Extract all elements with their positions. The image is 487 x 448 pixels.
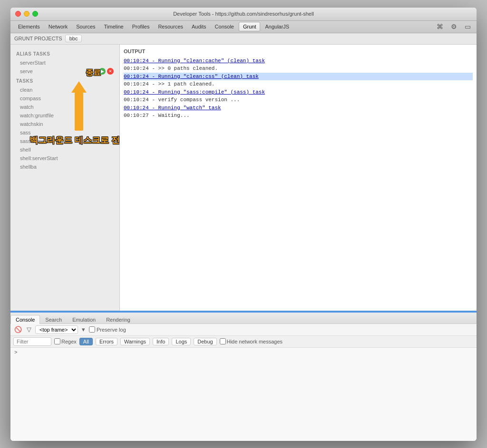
regex-checkbox-container: Regex — [54, 338, 77, 344]
sidebar-item-sass[interactable]: sass — [10, 128, 119, 137]
tab-timeline[interactable]: Timeline — [100, 22, 127, 31]
title-bar: Developer Tools - https://github.com/sin… — [10, 8, 477, 21]
tab-angularjs[interactable]: AngularJS — [261, 22, 293, 31]
prompt-symbol: > — [14, 350, 18, 355]
console-tab-search[interactable]: Search — [40, 315, 67, 324]
clear-icon[interactable]: 🚫 — [13, 325, 23, 334]
tab-sources[interactable]: Sources — [72, 22, 99, 31]
filter-logs-button[interactable]: Logs — [172, 338, 191, 345]
tab-profiles[interactable]: Profiles — [128, 22, 154, 31]
hide-network-container: Hide network messages — [220, 338, 282, 344]
settings-icon[interactable]: ⚙ — [449, 22, 459, 31]
output-line-highlighted: 00:10:24 - Running "clean:css" (clean) t… — [124, 73, 473, 81]
output-link[interactable]: 00:10:24 - Running "clean:cache" (clean)… — [124, 58, 265, 64]
output-link[interactable]: 00:10:24 - Running "watch" task — [124, 105, 221, 111]
console-tab-rendering[interactable]: Rendering — [101, 315, 136, 324]
sidebar-item-shell[interactable]: shell — [10, 145, 119, 154]
filter-warnings-button[interactable]: Warnings — [120, 338, 150, 345]
output-line: 00:10:24 - >> 0 paths cleaned. — [124, 65, 473, 73]
output-header: OUTPUT — [124, 48, 473, 54]
filter-input[interactable] — [13, 337, 51, 346]
sidebar-item-clean[interactable]: clean — [10, 86, 119, 94]
sidebar-item-watch-gruntfile[interactable]: watch:gruntfile — [10, 111, 119, 120]
serve-label: serve — [20, 68, 97, 74]
preserve-log-checkbox[interactable] — [89, 326, 95, 333]
run-button[interactable]: ▶ — [99, 68, 106, 75]
sidebar-item-sass-compile[interactable]: sass:compile — [10, 137, 119, 145]
frame-select[interactable]: <top frame> — [35, 325, 78, 334]
traffic-lights — [15, 11, 38, 17]
dropdown-icon[interactable]: ▾ — [81, 325, 86, 334]
console-output: > — [10, 348, 477, 441]
preserve-log-label: Preserve log — [97, 327, 126, 333]
console-tab-console[interactable]: Console — [10, 315, 40, 324]
tab-network[interactable]: Network — [45, 22, 71, 31]
tab-audits[interactable]: Audits — [188, 22, 210, 31]
undock-icon[interactable]: ▭ — [463, 22, 473, 31]
tab-console[interactable]: Console — [211, 22, 238, 31]
output-line: 00:10:24 - Running "watch" task — [124, 104, 473, 112]
output-area: OUTPUT 00:10:24 - Running "clean:cache" … — [120, 45, 477, 311]
maximize-button[interactable] — [32, 11, 38, 17]
grunt-projects-label: GRUNT PROJECTS — [14, 36, 62, 41]
console-panel: Console Search Emulation Rendering 🚫 ▽ <… — [10, 313, 477, 441]
output-line: 00:10:24 - verify compass version ... — [124, 96, 473, 104]
minimize-button[interactable] — [24, 11, 29, 17]
regex-checkbox[interactable] — [54, 338, 60, 344]
output-line: 00:10:27 - Waiting... — [124, 112, 473, 120]
alias-tasks-label: ALIAS TASKS — [10, 48, 119, 58]
filter-all-button[interactable]: All — [79, 338, 93, 345]
main-content: ALIAS TASKS serverStart serve ▶ ✕ 종료 — [10, 45, 477, 311]
output-line: 00:10:24 - Running "sass:compile" (sass)… — [124, 88, 473, 96]
filter-icon[interactable]: ▽ — [26, 325, 32, 334]
filter-bar: Regex All Errors Warnings Info Logs Debu… — [10, 336, 477, 348]
tab-grunt[interactable]: Grunt — [239, 22, 261, 31]
close-button[interactable] — [15, 11, 21, 17]
output-line: 00:10:24 - Running "clean:cache" (clean)… — [124, 57, 473, 65]
serve-row: serve ▶ ✕ — [10, 67, 119, 76]
filter-errors-button[interactable]: Errors — [96, 338, 117, 345]
sidebar-item-shell-serverstart[interactable]: shell:serverStart — [10, 154, 119, 162]
browser-window: Developer Tools - https://github.com/sin… — [10, 8, 477, 441]
sidebar-item-shellba[interactable]: shellba — [10, 162, 119, 171]
sidebar-item-serverstart[interactable]: serverStart — [10, 58, 119, 67]
console-prompt: > — [14, 350, 473, 355]
filter-debug-button[interactable]: Debug — [194, 338, 216, 345]
hide-network-checkbox[interactable] — [220, 338, 226, 344]
devtools-tabbar: Elements Network Sources Timeline Profil… — [10, 21, 477, 33]
regex-label: Regex — [61, 339, 77, 344]
sidebar-item-watch[interactable]: watch — [10, 103, 119, 111]
tasks-label: TASKS — [10, 76, 119, 86]
output-link[interactable]: 00:10:24 - Running "clean:css" (clean) t… — [124, 74, 259, 79]
console-tab-emulation[interactable]: Emulation — [67, 315, 101, 324]
terminal-icon[interactable]: ⌘ — [435, 22, 445, 31]
console-tabs: Console Search Emulation Rendering — [10, 313, 477, 324]
preserve-log: Preserve log — [89, 326, 126, 333]
console-toolbar: 🚫 ▽ <top frame> ▾ Preserve log — [10, 324, 477, 336]
devtools-icons: ⌘ ⚙ ▭ — [435, 22, 473, 31]
stop-button[interactable]: ✕ — [107, 68, 114, 75]
tab-elements[interactable]: Elements — [14, 22, 44, 31]
sidebar: ALIAS TASKS serverStart serve ▶ ✕ 종료 — [10, 45, 120, 311]
grunt-bar: GRUNT PROJECTS bbc — [10, 33, 477, 45]
output-line: 00:10:24 - >> 1 path cleaned. — [124, 80, 473, 88]
window-title: Developer Tools - https://github.com/sin… — [173, 11, 314, 17]
sidebar-item-watchskin[interactable]: watchskin — [10, 120, 119, 128]
output-link[interactable]: 00:10:24 - Running "sass:compile" (sass)… — [124, 89, 265, 95]
hide-network-label: Hide network messages — [227, 339, 282, 344]
filter-info-button[interactable]: Info — [153, 338, 169, 345]
sidebar-item-compass[interactable]: compass — [10, 94, 119, 103]
tab-resources[interactable]: Resources — [154, 22, 187, 31]
grunt-project-tab[interactable]: bbc — [65, 35, 82, 42]
